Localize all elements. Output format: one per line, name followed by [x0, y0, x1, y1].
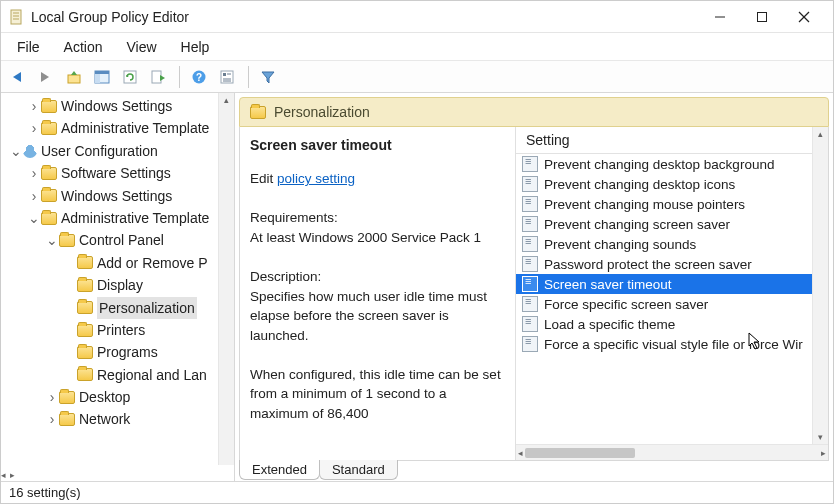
collapse-icon[interactable]: ⌄	[45, 229, 59, 251]
tree-item[interactable]: Display	[3, 274, 234, 296]
tree-item[interactable]: ›Network	[3, 408, 234, 430]
folder-icon	[41, 167, 57, 180]
tree-item[interactable]: ›Desktop	[3, 386, 234, 408]
menu-action[interactable]: Action	[52, 35, 115, 59]
svg-text:?: ?	[196, 72, 202, 83]
tree-item[interactable]: ⌄User Configuration	[3, 140, 234, 162]
folder-icon	[77, 256, 93, 269]
setting-icon	[522, 196, 538, 212]
titlebar: Local Group Policy Editor	[1, 1, 833, 33]
list-item-label: Force a specific visual style file or fo…	[544, 337, 803, 352]
svg-rect-17	[223, 73, 226, 76]
list-item[interactable]: Prevent changing screen saver	[516, 214, 812, 234]
list-horizontal-scrollbar[interactable]: ◂ ▸	[516, 444, 828, 460]
edit-prefix: Edit	[250, 171, 277, 186]
folder-icon	[77, 279, 93, 292]
edit-policy-link[interactable]: policy setting	[277, 171, 355, 186]
folder-icon	[59, 234, 75, 247]
expand-icon[interactable]: ›	[27, 162, 41, 184]
svg-rect-13	[152, 71, 161, 83]
list-item[interactable]: Load a specific theme	[516, 314, 812, 334]
tree-horizontal-scrollbar[interactable]: ◂ ▸	[1, 466, 234, 481]
menu-help[interactable]: Help	[169, 35, 222, 59]
expand-icon[interactable]: ›	[45, 386, 59, 408]
expand-icon[interactable]: ›	[27, 95, 41, 117]
setting-icon	[522, 336, 538, 352]
tree-item-label: Administrative Template	[61, 207, 209, 229]
tree-item[interactable]: ⌄Administrative Template	[3, 207, 234, 229]
requirements-heading: Requirements:	[250, 208, 505, 228]
content-header: Personalization	[239, 97, 829, 127]
description-heading: Description:	[250, 267, 505, 287]
tree-item[interactable]: ›Windows Settings	[3, 185, 234, 207]
collapse-icon[interactable]: ⌄	[27, 207, 41, 229]
minimize-button[interactable]	[699, 3, 741, 31]
list-item[interactable]: Prevent changing sounds	[516, 234, 812, 254]
back-button[interactable]	[5, 64, 31, 90]
tree-item-label: Desktop	[79, 386, 130, 408]
setting-icon	[522, 216, 538, 232]
tree-item[interactable]: Personalization	[3, 297, 234, 319]
list-pane: Setting Prevent changing desktop backgro…	[516, 127, 828, 460]
tree-item[interactable]: ›Windows Settings	[3, 95, 234, 117]
setting-icon	[522, 276, 538, 292]
toolbar: ?	[1, 61, 833, 93]
tree-item[interactable]: Printers	[3, 319, 234, 341]
app-icon	[9, 9, 25, 25]
tree-item[interactable]: ›Administrative Template	[3, 117, 234, 139]
list-item-label: Password protect the screen saver	[544, 257, 752, 272]
tree-item[interactable]: ⌄Control Panel	[3, 229, 234, 251]
forward-button[interactable]	[33, 64, 59, 90]
tree-vertical-scrollbar[interactable]: ▴	[218, 93, 234, 465]
collapse-icon[interactable]: ⌄	[9, 140, 23, 162]
folder-icon	[41, 189, 57, 202]
list-item-label: Load a specific theme	[544, 317, 675, 332]
tab-standard[interactable]: Standard	[319, 460, 398, 480]
help-button[interactable]: ?	[186, 64, 212, 90]
folder-icon	[41, 212, 57, 225]
expand-icon[interactable]: ›	[27, 185, 41, 207]
list-item[interactable]: Password protect the screen saver	[516, 254, 812, 274]
expand-icon[interactable]: ›	[45, 408, 59, 430]
show-hide-button[interactable]	[89, 64, 115, 90]
export-button[interactable]	[145, 64, 171, 90]
tree-item-label: Programs	[97, 341, 158, 363]
folder-icon	[41, 122, 57, 135]
menu-view[interactable]: View	[114, 35, 168, 59]
tree-item-label: Add or Remove P	[97, 252, 208, 274]
expand-icon[interactable]: ›	[27, 117, 41, 139]
list-item[interactable]: Prevent changing mouse pointers	[516, 194, 812, 214]
list-vertical-scrollbar[interactable]: ▴▾	[812, 127, 828, 444]
close-button[interactable]	[783, 3, 825, 31]
filter-button[interactable]	[255, 64, 281, 90]
tree-item-label: Control Panel	[79, 229, 164, 251]
tree-item-label: Windows Settings	[61, 95, 172, 117]
list-item[interactable]: Prevent changing desktop icons	[516, 174, 812, 194]
status-text: 16 setting(s)	[9, 485, 81, 500]
tab-extended[interactable]: Extended	[239, 460, 320, 480]
refresh-button[interactable]	[117, 64, 143, 90]
tree-item[interactable]: Regional and Lan	[3, 364, 234, 386]
description-text: Specifies how much user idle time must e…	[250, 287, 505, 346]
properties-button[interactable]	[214, 64, 240, 90]
tree[interactable]: ›Windows Settings›Administrative Templat…	[1, 93, 234, 466]
tree-item[interactable]: ›Software Settings	[3, 162, 234, 184]
tree-item-label: Software Settings	[61, 162, 171, 184]
svg-rect-11	[95, 74, 100, 83]
folder-icon	[77, 346, 93, 359]
tree-item[interactable]: Programs	[3, 341, 234, 363]
window-title: Local Group Policy Editor	[31, 9, 699, 25]
content-header-title: Personalization	[274, 104, 370, 120]
list-item[interactable]: Force specific screen saver	[516, 294, 812, 314]
tree-item[interactable]: Add or Remove P	[3, 252, 234, 274]
up-button[interactable]	[61, 64, 87, 90]
list-item[interactable]: Screen saver timeout	[516, 274, 812, 294]
menu-file[interactable]: File	[5, 35, 52, 59]
statusbar: 16 setting(s)	[1, 481, 833, 503]
user-config-icon	[23, 144, 37, 158]
list-item[interactable]: Force a specific visual style file or fo…	[516, 334, 812, 354]
list-item-label: Screen saver timeout	[544, 277, 672, 292]
list-item[interactable]: Prevent changing desktop background	[516, 154, 812, 174]
list-column-header[interactable]: Setting	[516, 127, 828, 154]
maximize-button[interactable]	[741, 3, 783, 31]
